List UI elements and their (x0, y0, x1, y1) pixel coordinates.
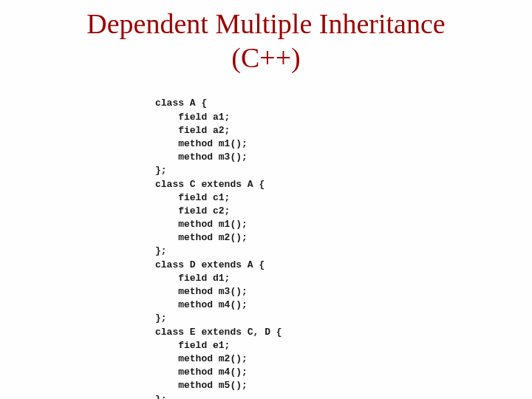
code-line: class D extends A { (155, 259, 265, 270)
code-line: method m1(); (155, 138, 248, 149)
code-line: method m5(); (155, 380, 248, 391)
code-line: field a1; (155, 112, 230, 123)
code-line: method m2(); (155, 353, 248, 364)
title-line-2: (C++) (231, 42, 301, 73)
code-line: field c1; (155, 192, 230, 203)
code-line: }; (155, 165, 167, 176)
code-line: class A { (155, 98, 207, 109)
code-line: method m2(); (155, 232, 248, 243)
code-line: class C extends A { (155, 179, 265, 190)
slide-content: Dependent Multiple Inheritance (C++) cla… (0, 0, 532, 399)
code-line: field c2; (155, 205, 230, 216)
code-block: class A { field a1; field a2; method m1(… (155, 83, 517, 399)
code-line: field e1; (155, 340, 230, 351)
code-line: field d1; (155, 273, 230, 284)
code-line: method m4(); (155, 366, 248, 378)
code-line: method m3(); (155, 286, 248, 297)
code-line: }; (155, 245, 167, 256)
code-line: method m4(); (155, 299, 248, 310)
code-line: class E extends C, D { (155, 327, 282, 338)
code-line: }; (155, 394, 167, 400)
title-line-1: Dependent Multiple Inheritance (86, 8, 445, 39)
code-line: field a2; (155, 125, 230, 136)
slide-title: Dependent Multiple Inheritance (C++) (15, 7, 517, 75)
code-line: method m1(); (155, 219, 248, 230)
code-line: method m3(); (155, 151, 248, 163)
code-line: }; (155, 313, 167, 324)
